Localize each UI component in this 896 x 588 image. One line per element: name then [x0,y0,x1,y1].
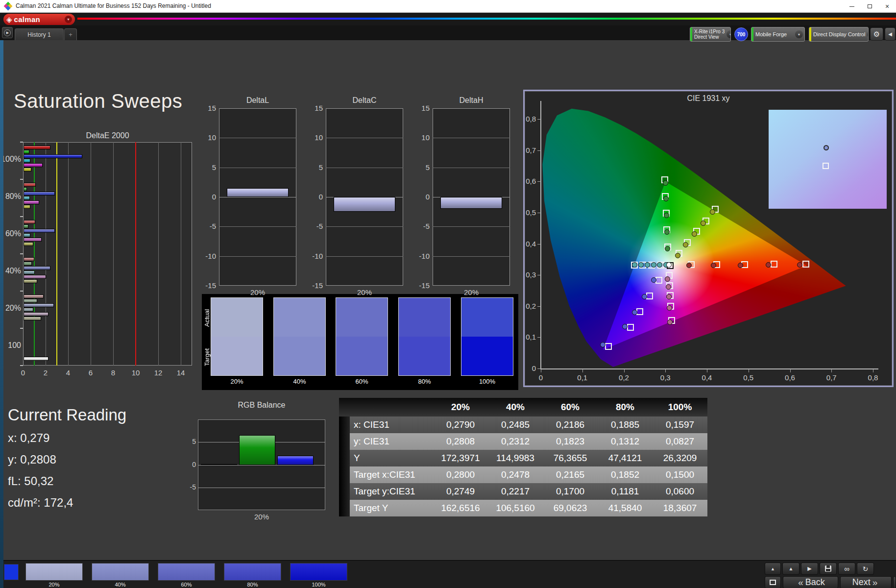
next-label: Next [852,577,871,588]
deltaH-y-tick-label: -10 [408,252,430,260]
deltaC-y-tick-label: 15 [301,104,323,112]
table-row-stub [339,450,350,466]
deltae-chart-title: DeltaE 2000 [23,131,192,140]
refresh-button[interactable]: ↻ [857,563,874,575]
cie-target-marker-blue [605,343,612,350]
deltae-bar-magenta [24,312,48,316]
deltae-bar-white [24,357,48,361]
cie-measured-point-yellow [675,253,680,258]
side-panel-edge[interactable] [0,40,3,588]
table-row-label: Target y:CIE31 [354,486,433,497]
deltaL-y-tick-label: 15 [194,104,216,112]
continuous-read-button[interactable]: ∞ [838,563,855,575]
swatch-pair-60% [336,297,388,376]
swatch-target [336,337,387,375]
rgb-bar-blue [277,456,314,465]
deltae-x-tick-label: 12 [151,368,166,377]
deltae-bar-red [24,183,36,187]
deltae-bar-green [24,187,27,191]
deltae-bar-cyan [24,159,30,163]
rgb-x-category-label: 20% [198,513,325,521]
deltae-gridline [46,142,46,366]
patch-control-bar: ▲ ▲ ▶ ∞ ↻ « Back Next » 20%40%60%80%100% [0,560,896,588]
cie-y-tick-label: 0,1 [514,333,536,341]
cie-x-tick-label: 0,1 [572,373,593,382]
cie-measured-point-yellow [692,231,697,237]
cie-y-tick-label: 0,2 [514,302,536,310]
table-row-label: Target x:CIE31 [354,469,433,480]
swatch-actual [336,298,387,337]
deltae-bar-blue [24,154,82,158]
table-cell: 0,1700 [543,486,598,497]
play-button[interactable]: ▶ [801,563,818,575]
scroll-up-button[interactable]: ▲ [765,563,781,575]
deltae-gridline [91,142,91,366]
deltaH-y-tick-label: 10 [408,133,430,142]
deltaL-gridline [219,168,296,168]
deltaH-bar [440,197,502,209]
deltae-gridline [113,142,114,366]
cie-x-tick-label: 0,4 [696,373,718,382]
deltae-bar-blue [24,266,50,270]
next-button[interactable]: Next » [840,576,892,588]
deltae-bar-cyan [24,233,30,237]
table-cell: 0,0827 [653,436,707,447]
patch-button-100%[interactable] [290,563,347,581]
save-button[interactable] [820,563,837,575]
deltae-bar-green [24,262,32,266]
deltaL-gridline [219,256,296,257]
table-cell: 0,1852 [598,469,653,480]
cie-measured-point-magenta [666,294,672,299]
cie-x-tick-label: 0,6 [779,373,801,382]
stop-button[interactable] [765,576,781,588]
deltae-bar-yellow [24,168,31,172]
swatch-target [211,337,263,375]
patch-button-20%[interactable] [25,563,83,581]
eject-button[interactable]: ▲ [782,563,799,575]
table-cell: 0,1823 [543,436,598,447]
patch-button-80%[interactable] [224,563,281,581]
deltaC-gridline [326,226,403,227]
rgb-gridline [198,465,325,466]
deltae-bar-green [24,299,37,303]
cie-target-marker-blue [646,293,653,299]
deltae-x-tick-label: 14 [173,368,188,377]
cie-y-tick [537,275,541,275]
cie-measured-point-blue [600,342,605,347]
deltaH-x-category-label: 20% [433,288,510,296]
swatch-actual [461,298,513,337]
table-cell: 0,2186 [543,419,598,430]
swatch-target [399,337,450,375]
deltae-bar-cyan [24,196,30,200]
back-button[interactable]: « Back [783,576,838,588]
deltaL-x-category-label: 20% [219,288,296,296]
deltaC-y-tick-label: -15 [301,281,323,290]
active-patch-swatch[interactable] [4,564,19,580]
swatch-label: 100% [461,378,513,385]
table-cell: 0,1312 [598,436,653,447]
deltaH-gridline [433,138,510,138]
back-chevrons-icon: « [798,577,803,588]
cie-x-tick [749,369,749,372]
table-cell: 0,2312 [488,436,543,447]
patch-button-60%[interactable] [158,563,215,581]
deltaL-gridline [219,197,296,197]
cie-target-marker-blue [636,308,643,315]
cie-measured-point-yellow [683,242,688,247]
patch-button-40%[interactable] [92,563,149,581]
deltae-x-tick-label: 6 [83,368,98,377]
deltae-bar-magenta [24,238,42,242]
cie-x-tick-label: 0,7 [821,373,842,382]
scroll-next-button[interactable] [893,576,896,588]
swatch-target [461,337,513,375]
cie-y-tick-label: 0 [514,364,536,372]
table-cell: 76,3655 [543,453,598,464]
cie-measured-point-cyan [651,262,656,268]
refresh-icon: ↻ [863,565,869,573]
cie-y-tick [537,213,541,213]
table-cell: 0,2478 [488,469,543,480]
deltaL-y-tick-label: 10 [194,133,216,142]
table-cell: 0,2790 [433,419,488,430]
deltaC-y-tick-label: -5 [301,222,323,230]
swatch-pair-20% [211,297,263,376]
